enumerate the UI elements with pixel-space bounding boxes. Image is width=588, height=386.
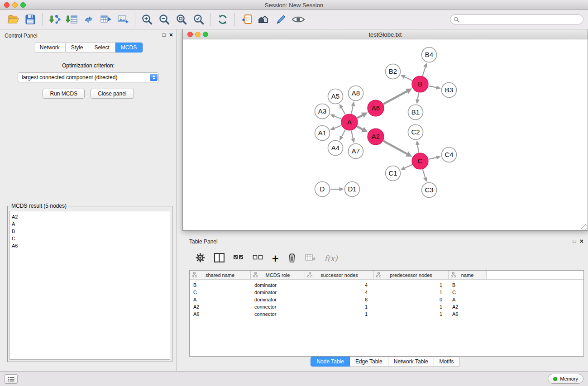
node-B[interactable]: B <box>412 76 428 92</box>
show-columns-icon[interactable] <box>214 253 225 264</box>
close-table-panel-button[interactable]: × <box>580 238 583 244</box>
edge-A-A1[interactable] <box>335 125 342 128</box>
table-row-a[interactable]: Adominator80A <box>190 296 583 303</box>
open-file-icon[interactable] <box>5 11 22 28</box>
show-graphics-details-icon[interactable] <box>272 11 290 28</box>
add-column-icon[interactable]: + <box>272 254 279 263</box>
node-A5[interactable]: A5 <box>328 89 343 104</box>
edge-C-C2[interactable] <box>417 145 419 152</box>
function-builder-button[interactable]: f(x) <box>325 254 338 263</box>
network-canvas[interactable]: B4B2BB3A5A8A6B1A3AA1C2A2A4A7C4CC1C3DD1 <box>183 39 588 230</box>
home-icon[interactable] <box>255 11 272 28</box>
edge-C-C1[interactable] <box>405 165 412 168</box>
export-table-icon[interactable] <box>97 11 115 28</box>
result-item-a6[interactable]: A6 <box>12 242 168 249</box>
network-canvas-svg[interactable]: B4B2BB3A5A8A6B1A3AA1C2A2A4A7C4CC1C3DD1 <box>183 39 588 230</box>
node-B2[interactable]: B2 <box>386 64 401 79</box>
run-mcds-button[interactable]: Run MCDS <box>43 89 85 99</box>
float-table-panel-button[interactable]: □ <box>573 238 576 244</box>
table-row-a6[interactable]: A6connector11A6 <box>190 310 583 318</box>
edge-C-C4[interactable] <box>429 157 437 159</box>
node-C2[interactable]: C2 <box>408 125 423 140</box>
tab-motifs[interactable]: Motifs <box>434 357 460 367</box>
edge-B-B2[interactable] <box>405 77 412 81</box>
tab-mcds[interactable]: MCDS <box>115 43 143 52</box>
node-B3[interactable]: B3 <box>442 83 457 98</box>
column-header-name[interactable]: name <box>449 271 487 279</box>
tab-edge-table[interactable]: Edge Table <box>350 357 388 367</box>
refresh-icon[interactable] <box>214 11 231 28</box>
result-item-a2[interactable]: A2 <box>12 213 168 220</box>
save-session-icon[interactable] <box>22 11 39 28</box>
tab-select[interactable]: Select <box>89 43 115 52</box>
node-A6[interactable]: A6 <box>368 100 384 116</box>
tab-network-table[interactable]: Network Table <box>388 357 434 367</box>
edge-A-A2[interactable] <box>357 126 363 129</box>
node-A2[interactable]: A2 <box>368 129 384 145</box>
edge-A-A6[interactable] <box>357 115 363 118</box>
export-network-icon[interactable] <box>80 11 97 28</box>
node-A4[interactable]: A4 <box>328 141 343 156</box>
edge-A2-C[interactable] <box>383 141 407 154</box>
edge-C-C3[interactable] <box>423 169 425 178</box>
memory-button[interactable]: Memory <box>548 374 583 384</box>
node-A7[interactable]: A7 <box>349 144 363 159</box>
node-A1[interactable]: A1 <box>315 126 330 141</box>
edge-B-B1[interactable] <box>418 93 419 100</box>
node-B4[interactable]: B4 <box>422 48 437 62</box>
delete-icon[interactable] <box>287 253 296 265</box>
edge-B-B3[interactable] <box>429 86 437 88</box>
export-image-icon[interactable] <box>115 11 132 28</box>
node-C4[interactable]: C4 <box>442 148 457 162</box>
edge-A-A7[interactable] <box>351 131 353 139</box>
delete-table-icon[interactable] <box>305 253 316 263</box>
zoom-out-icon[interactable] <box>156 11 173 28</box>
table-row-b[interactable]: Bdominator41B <box>190 281 583 289</box>
node-D[interactable]: D <box>315 182 330 197</box>
tab-style[interactable]: Style <box>66 43 89 52</box>
node-C3[interactable]: C3 <box>422 183 437 198</box>
tab-node-table[interactable]: Node Table <box>311 357 350 367</box>
node-B1[interactable]: B1 <box>408 105 423 120</box>
deselect-all-icon[interactable] <box>253 253 263 263</box>
session-file-icon[interactable] <box>238 11 255 28</box>
result-item-a[interactable]: A <box>12 220 168 228</box>
column-header-predecessor-nodes[interactable]: predecessor nodes <box>374 271 449 279</box>
column-header-shared-name[interactable]: shared name <box>190 271 251 279</box>
table-row-c[interactable]: Cdominator41C <box>190 289 583 296</box>
column-header-successor-nodes[interactable]: successor nodes <box>305 271 374 279</box>
optimization-criterion-select[interactable]: largest connected component (directed) <box>18 72 159 82</box>
eye-icon[interactable] <box>290 11 307 28</box>
mcds-result-list[interactable]: A2ABCA6 <box>10 211 170 360</box>
result-item-b[interactable]: B <box>12 228 168 235</box>
task-history-icon[interactable] <box>5 374 18 384</box>
edge-A-A5[interactable] <box>342 108 345 114</box>
column-header-mcds-role[interactable]: MCDS role <box>251 271 305 279</box>
node-C1[interactable]: C1 <box>386 166 401 181</box>
node-A8[interactable]: A8 <box>349 86 363 101</box>
close-panel-button-bottom[interactable]: Close panel <box>91 89 134 99</box>
tab-network[interactable]: Network <box>34 43 66 52</box>
zoom-in-icon[interactable] <box>139 11 156 28</box>
edge-A-A8[interactable] <box>351 106 353 114</box>
node-A3[interactable]: A3 <box>315 104 330 119</box>
resize-grip[interactable] <box>581 224 587 230</box>
edge-B-B4[interactable] <box>423 67 425 76</box>
edge-A-A3[interactable] <box>335 116 342 119</box>
node-C[interactable]: C <box>412 153 428 169</box>
edge-A-A4[interactable] <box>342 130 345 137</box>
select-all-icon[interactable] <box>233 253 244 263</box>
node-A[interactable]: A <box>341 114 358 130</box>
import-network-from-file-icon[interactable] <box>46 11 63 28</box>
table-settings-gear-icon[interactable] <box>195 253 206 265</box>
table-row-a2[interactable]: A2connector11A2 <box>190 303 583 310</box>
close-panel-button[interactable]: × <box>169 32 173 38</box>
edge-A6-B[interactable] <box>383 91 407 104</box>
node-D1[interactable]: D1 <box>345 182 360 197</box>
float-panel-button[interactable]: □ <box>163 32 166 38</box>
import-table-from-file-icon[interactable] <box>63 11 80 28</box>
zoom-fit-icon[interactable] <box>173 11 190 28</box>
result-item-c[interactable]: C <box>12 235 168 242</box>
zoom-selected-icon[interactable] <box>190 11 207 28</box>
search-input[interactable] <box>450 14 583 24</box>
